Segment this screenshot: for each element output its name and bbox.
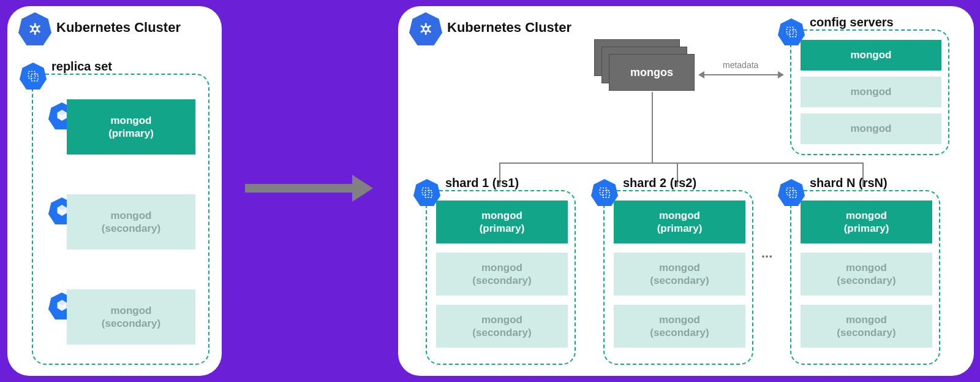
shard-node-secondary: mongod (secondary) bbox=[436, 305, 568, 348]
svg-point-3 bbox=[423, 26, 428, 31]
shard-n-label: shard N (rsN) bbox=[810, 176, 888, 190]
node-label-l2: (primary) bbox=[108, 127, 154, 140]
svg-rect-8 bbox=[600, 188, 606, 194]
config-node-secondary: mongod bbox=[801, 77, 941, 107]
svg-point-0 bbox=[32, 26, 37, 31]
svg-rect-9 bbox=[603, 191, 609, 197]
node-label-l2: (secondary) bbox=[102, 317, 160, 330]
connector-line bbox=[499, 162, 864, 164]
svg-rect-10 bbox=[786, 188, 793, 194]
right-kubernetes-cluster: Kubernetes Cluster mongos metadata confi… bbox=[398, 6, 974, 376]
shard-node-secondary: mongod (secondary) bbox=[801, 253, 932, 296]
replica-set-group: replica set mongod (primary) mongod (sec… bbox=[32, 74, 209, 365]
replica-set-label: replica set bbox=[51, 59, 112, 74]
replica-node-primary: mongod (primary) bbox=[67, 99, 195, 155]
mongos-label: mongos bbox=[630, 66, 673, 79]
left-kubernetes-cluster: Kubernetes Cluster replica set mongod (p… bbox=[7, 6, 222, 376]
shard-node-primary: mongod (primary) bbox=[436, 201, 568, 243]
replicaset-icon bbox=[20, 63, 47, 90]
connector-line bbox=[652, 92, 653, 162]
left-cluster-title: Kubernetes Cluster bbox=[56, 20, 181, 36]
shard-ellipsis: ... bbox=[761, 245, 772, 261]
replica-node-secondary: mongod (secondary) bbox=[67, 194, 195, 250]
shard-node-secondary: mongod (secondary) bbox=[614, 305, 745, 348]
shard-node-secondary: mongod (secondary) bbox=[614, 253, 745, 296]
migration-arrow-icon bbox=[245, 175, 373, 202]
svg-rect-1 bbox=[28, 71, 35, 78]
arrowhead-right-icon bbox=[778, 71, 784, 78]
svg-rect-2 bbox=[31, 74, 38, 81]
svg-rect-11 bbox=[790, 191, 796, 197]
kubernetes-logo-icon bbox=[18, 12, 51, 45]
config-node-primary: mongod bbox=[801, 40, 941, 71]
node-label-l1: mongod bbox=[110, 304, 151, 317]
svg-rect-5 bbox=[790, 30, 796, 37]
svg-rect-4 bbox=[786, 27, 793, 34]
node-label-l1: mongod bbox=[110, 209, 151, 222]
svg-rect-7 bbox=[425, 191, 432, 197]
shard-node-secondary: mongod (secondary) bbox=[436, 253, 568, 296]
kubernetes-logo-icon bbox=[409, 12, 442, 45]
shard-1-group: shard 1 (rs1) mongod (primary) mongod (s… bbox=[426, 190, 576, 365]
shard-node-secondary: mongod (secondary) bbox=[801, 305, 932, 348]
shard-2-group: shard 2 (rs2) mongod (primary) mongod (s… bbox=[603, 190, 753, 365]
arrowhead-left-icon bbox=[698, 71, 704, 78]
right-cluster-title: Kubernetes Cluster bbox=[447, 20, 571, 36]
shard-node-primary: mongod (primary) bbox=[801, 201, 932, 243]
config-servers-group: config servers mongod mongod mongod bbox=[790, 29, 949, 155]
config-servers-label: config servers bbox=[810, 15, 894, 29]
replica-node-secondary: mongod (secondary) bbox=[67, 289, 195, 345]
metadata-label: metadata bbox=[723, 60, 758, 70]
node-label-l1: mongod bbox=[110, 114, 151, 127]
shard-node-primary: mongod (primary) bbox=[614, 201, 745, 243]
svg-rect-6 bbox=[422, 188, 429, 194]
shard-2-label: shard 2 (rs2) bbox=[623, 176, 696, 190]
shard-1-label: shard 1 (rs1) bbox=[445, 176, 519, 190]
node-label-l2: (secondary) bbox=[102, 222, 160, 235]
config-node-secondary: mongod bbox=[801, 113, 941, 144]
shard-n-group: shard N (rsN) mongod (primary) mongod (s… bbox=[790, 190, 940, 365]
metadata-connector bbox=[704, 74, 778, 75]
